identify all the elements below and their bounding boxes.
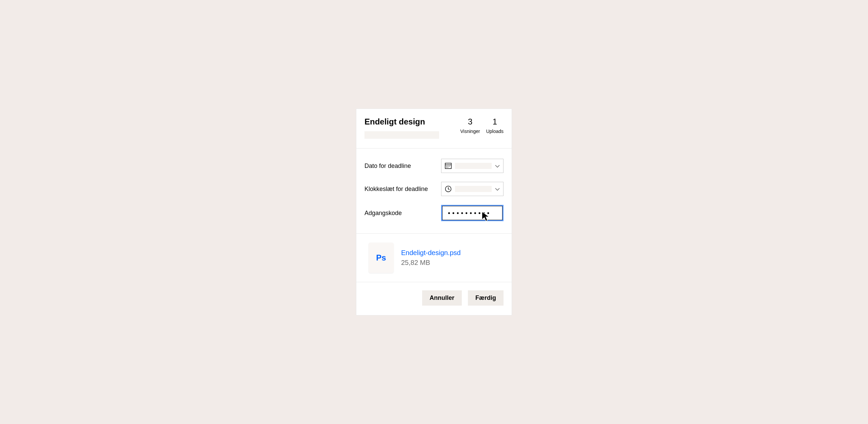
date-value-placeholder: [455, 163, 492, 169]
svg-point-5: [446, 167, 447, 168]
stat-views: 3 Visninger: [460, 117, 480, 134]
svg-point-4: [449, 166, 450, 167]
stat-uploads: 1 Uploads: [486, 117, 504, 134]
chevron-down-icon: [495, 163, 500, 169]
deadline-time-label: Klokkeslæt for deadline: [364, 186, 441, 193]
settings-dialog: Endeligt design 3 Visninger 1 Uploads Da…: [356, 109, 512, 315]
form-section: Dato for deadline: [356, 149, 512, 234]
cancel-button[interactable]: Annuller: [422, 290, 462, 306]
svg-point-6: [448, 167, 448, 168]
deadline-time-picker[interactable]: [441, 182, 504, 196]
dialog-footer: Annuller Færdig: [356, 282, 512, 315]
clock-icon: [445, 186, 452, 192]
file-type-icon: Ps: [369, 243, 394, 273]
deadline-date-picker[interactable]: [441, 159, 504, 173]
header-left: Endeligt design: [364, 117, 439, 139]
file-info: Endeligt-design.psd 25,82 MB: [401, 249, 461, 267]
svg-rect-0: [445, 163, 451, 169]
deadline-date-row: Dato for deadline: [364, 159, 504, 173]
stat-uploads-value: 1: [493, 117, 497, 127]
deadline-time-row: Klokkeslæt for deadline: [364, 182, 504, 196]
deadline-date-label: Dato for deadline: [364, 162, 441, 170]
svg-point-3: [448, 166, 448, 167]
file-name-link[interactable]: Endeligt-design.psd: [401, 249, 461, 257]
password-row: Adgangskode: [364, 205, 504, 221]
file-icon-label: Ps: [376, 253, 386, 263]
stat-uploads-label: Uploads: [486, 129, 504, 134]
file-size: 25,82 MB: [401, 259, 461, 267]
dialog-header: Endeligt design 3 Visninger 1 Uploads: [356, 109, 512, 149]
subtitle-placeholder: [364, 131, 439, 139]
password-label: Adgangskode: [364, 210, 441, 217]
stat-views-value: 3: [468, 117, 472, 127]
password-input[interactable]: [441, 205, 504, 221]
time-value-placeholder: [455, 186, 492, 192]
done-button[interactable]: Færdig: [468, 290, 504, 306]
chevron-down-icon: [495, 186, 500, 192]
file-section: Ps Endeligt-design.psd 25,82 MB: [356, 234, 512, 282]
stats: 3 Visninger 1 Uploads: [460, 117, 504, 134]
svg-point-2: [446, 166, 447, 167]
stat-views-label: Visninger: [460, 129, 480, 134]
page-title: Endeligt design: [364, 117, 439, 127]
calendar-icon: [445, 162, 452, 169]
